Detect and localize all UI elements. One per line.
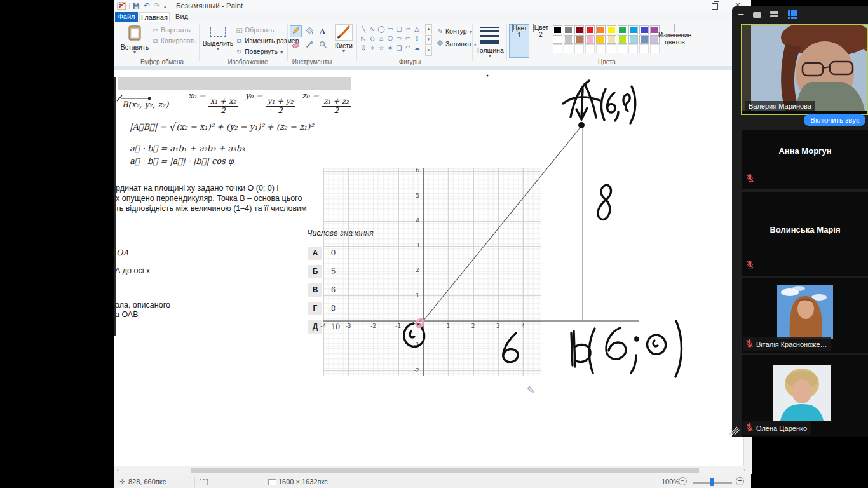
participant-tile[interactable]: Олена Царенко (742, 355, 868, 437)
clipboard-icon (128, 34, 142, 42)
palette-color[interactable] (628, 35, 638, 44)
fill-tool-button[interactable] (303, 25, 315, 37)
palette-empty-cell[interactable] (596, 44, 606, 53)
palette-color[interactable] (596, 25, 606, 34)
palette-color[interactable] (618, 25, 627, 34)
polygon-shape[interactable]: ▱ (403, 24, 412, 34)
palette-empty-cell[interactable] (574, 44, 584, 53)
scroll-right-icon[interactable]: › (743, 467, 745, 473)
line-shape[interactable]: ╲ (359, 24, 368, 34)
restore-button[interactable] (707, 0, 723, 11)
triangle-shape[interactable]: △ (412, 24, 421, 34)
palette-empty-cell[interactable] (564, 44, 573, 53)
palette-color[interactable] (585, 25, 595, 34)
palette-empty-cell[interactable] (618, 44, 627, 53)
resize-grip-icon[interactable] (728, 423, 741, 438)
redo-button[interactable]: ↷ (154, 1, 160, 11)
palette-empty-cell[interactable] (585, 44, 595, 53)
outline-button[interactable]: ✎Контур ▼ (436, 27, 473, 35)
color1-button[interactable]: Цвет 1 (509, 24, 529, 58)
shapes-scroll-down[interactable]: ▼ (425, 35, 432, 45)
callout-cloud-shape[interactable]: ☁ (412, 43, 421, 53)
palette-color[interactable] (553, 25, 562, 34)
speaker-view-icon[interactable] (753, 12, 761, 18)
list-view-icon[interactable] (770, 11, 778, 18)
oval-shape[interactable]: ◯ (377, 24, 386, 34)
arrow-up-shape[interactable]: ⇧ (412, 34, 421, 43)
pentagon-shape[interactable]: ⌂ (377, 34, 386, 43)
rounded-rectangle-shape[interactable]: ▢ (395, 24, 403, 34)
palette-empty-cell[interactable] (628, 44, 638, 53)
right-triangle-shape[interactable]: ◺ (359, 34, 368, 43)
tab-home[interactable]: Главная (139, 12, 170, 22)
magnifier-tool-button[interactable] (316, 39, 329, 51)
palette-color[interactable] (574, 25, 584, 34)
fill-button[interactable]: Заливка ▼ (436, 40, 477, 48)
palette-color[interactable] (618, 35, 627, 44)
diamond-shape[interactable]: ◇ (368, 34, 377, 43)
palette-empty-cell[interactable] (650, 44, 660, 53)
palette-color[interactable] (639, 25, 649, 34)
participant-tile[interactable]: Віталія Красноноже… (742, 278, 868, 353)
star-6-shape[interactable]: ✶ (386, 43, 395, 53)
pencil-tool-button[interactable] (290, 25, 302, 37)
cut-button[interactable]: ✂Вырезать (151, 26, 191, 34)
rotate-button[interactable]: ↻Повернуть ▼ (235, 48, 284, 55)
arrow-right-shape[interactable]: ⇨ (395, 34, 403, 43)
palette-color[interactable] (553, 35, 562, 44)
crop-button[interactable]: ◱Обрезать (235, 26, 274, 34)
palette-color[interactable] (628, 25, 638, 34)
palette-empty-cell[interactable] (639, 44, 649, 53)
participant-tile[interactable]: Волинська Марія (742, 192, 868, 276)
edit-colors-button[interactable]: Изменение цветов (658, 24, 691, 46)
callout-rounded-shape[interactable]: ❏ (395, 43, 403, 53)
quick-access-dropdown[interactable]: ▾ (164, 3, 166, 13)
save-button[interactable] (133, 2, 140, 12)
curve-shape[interactable]: ∿ (368, 24, 377, 34)
color-picker-tool-button[interactable] (303, 39, 315, 51)
eraser-tool-button[interactable] (290, 39, 302, 51)
tab-view[interactable]: Вид (172, 12, 192, 22)
zoom-slider-thumb[interactable] (710, 478, 714, 486)
palette-color[interactable] (585, 35, 595, 44)
horizontal-scrollbar[interactable]: ‹ › (114, 466, 751, 475)
text-tool-button[interactable]: A (316, 25, 329, 37)
color2-button[interactable]: Цвет 2 (531, 24, 551, 58)
palette-color[interactable] (574, 35, 584, 44)
paste-button[interactable]: Вставить ▼ (119, 24, 150, 54)
participant-video-tile[interactable]: Валерия Маринова (741, 24, 868, 115)
select-button[interactable]: Выделить ▼ (202, 24, 234, 50)
shapes-expand[interactable]: ▼ (425, 46, 432, 56)
zoom-in-button[interactable]: + (736, 477, 744, 485)
horizontal-scroll-thumb[interactable] (191, 468, 699, 473)
brushes-button[interactable]: Кисти ▼ (332, 24, 356, 53)
thickness-button[interactable]: Толщина ▼ (475, 24, 505, 57)
shapes-scroll-up[interactable]: ▲ (425, 24, 432, 34)
palette-color[interactable] (564, 35, 573, 44)
scroll-left-icon[interactable]: ‹ (117, 467, 119, 473)
callout-oval-shape[interactable]: ◠ (403, 43, 412, 53)
minimize-button[interactable]: — (676, 0, 693, 11)
unmute-button[interactable]: Включить звук (804, 114, 865, 126)
tab-file[interactable]: Файл (115, 12, 138, 22)
star-5-shape[interactable]: ☆ (377, 43, 386, 53)
palette-color[interactable] (607, 35, 616, 44)
hexagon-shape[interactable]: ⎔ (386, 34, 395, 43)
zoom-out-button[interactable]: − (679, 477, 687, 485)
palette-empty-cell[interactable] (553, 44, 562, 53)
arrow-left-shape[interactable]: ⇦ (403, 34, 412, 43)
rectangle-shape[interactable]: ▭ (386, 24, 395, 34)
palette-empty-cell[interactable] (607, 44, 616, 53)
palette-color[interactable] (564, 25, 573, 34)
participant-tile[interactable]: Анна Моргун (742, 130, 868, 189)
arrow-down-shape[interactable]: ⇩ (359, 43, 368, 53)
zoom-minimize-button[interactable]: – (738, 8, 743, 18)
undo-button[interactable]: ↶ (144, 1, 150, 11)
copy-button[interactable]: ⧉Копировать (151, 37, 197, 45)
palette-color[interactable] (607, 25, 616, 34)
gallery-view-icon[interactable] (788, 10, 797, 20)
star-4-shape[interactable]: ✧ (368, 43, 377, 53)
canvas-size-icon (268, 479, 276, 485)
palette-color[interactable] (596, 35, 606, 44)
palette-color[interactable] (639, 35, 649, 44)
